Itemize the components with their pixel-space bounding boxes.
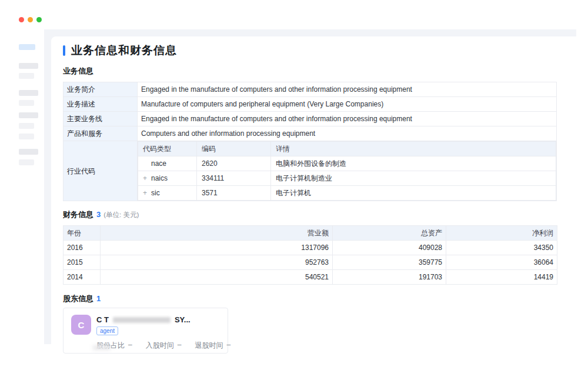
code-type: nace: [151, 159, 166, 168]
row-label: 业务简介: [64, 82, 138, 97]
field-value: –: [226, 341, 230, 351]
expand-icon[interactable]: +: [143, 174, 151, 182]
industry-codes-table: 代码类型 编码 详情 nace 2620 电脑和外围设备的制造 +naics 3…: [138, 141, 556, 201]
table-row: +naics 334111 电子计算机制造业: [138, 171, 556, 186]
shareholder-section-label: 股东信息: [63, 294, 93, 304]
exit-date-field: 退股时间 –: [195, 341, 230, 351]
year-cell: 2014: [64, 270, 101, 285]
row-label: 业务描述: [64, 97, 138, 112]
sidebar-placeholder-bar[interactable]: [19, 159, 34, 165]
business-info-table: 业务简介 Engaged in the manufacture of compu…: [63, 82, 557, 201]
column-header: 详情: [271, 142, 556, 156]
row-label: 行业代码: [64, 141, 138, 201]
row-label: 产品和服务: [64, 126, 138, 141]
table-row: +sic 3571 电子计算机: [138, 186, 556, 201]
window-controls: [19, 17, 42, 22]
page-title: 业务信息和财务信息: [71, 43, 177, 58]
shareholder-count-badge: 1: [96, 294, 101, 303]
finance-section-label: 财务信息: [63, 209, 93, 220]
column-header: 净利润: [446, 226, 557, 241]
table-row: 产品和服务 Computers and other information pr…: [64, 126, 557, 141]
code-type-cell: +naics: [138, 171, 197, 186]
finance-section-title: 财务信息 3 (单位: 美元): [63, 209, 557, 220]
revenue-cell: 1317096: [101, 241, 333, 255]
year-cell: 2016: [64, 241, 101, 255]
year-cell: 2015: [64, 255, 101, 270]
detail-cell: 电子计算机: [271, 186, 556, 201]
table-header-row: 代码类型 编码 详情: [138, 142, 556, 156]
profit-cell: 34350: [446, 241, 557, 255]
shareholder-name: C T SY...: [96, 315, 191, 324]
row-value: Engaged in the manufacture of computers …: [138, 112, 557, 126]
app-window: 业务信息和财务信息 业务信息 业务简介 Engaged in the manuf…: [0, 0, 588, 370]
assets-cell: 191703: [333, 270, 446, 285]
code-cell: 334111: [197, 171, 271, 186]
sidebar-placeholder-bar[interactable]: [19, 134, 34, 139]
business-section-label: 业务信息: [63, 66, 93, 76]
table-row: 2014 540521 191703 14419: [64, 270, 557, 285]
sidebar-placeholder-bar[interactable]: [19, 149, 38, 155]
redacted-name-blur: [113, 317, 171, 323]
column-header: 编码: [197, 142, 271, 156]
column-header: 营业额: [101, 226, 333, 241]
code-cell: 3571: [197, 186, 271, 201]
finance-count-badge: 3: [96, 210, 101, 219]
name-suffix: SY...: [175, 315, 191, 324]
sidebar-placeholder-bar[interactable]: [19, 90, 38, 96]
code-type-cell: nace: [138, 156, 197, 171]
join-date-field: 入股时间 –: [146, 341, 182, 351]
table-header-row: 年份 营业额 总资产 净利润: [64, 226, 557, 241]
row-value: Engaged in the manufacture of computers …: [138, 82, 557, 97]
industry-codes-row: 行业代码 代码类型 编码 详情 nace 2620 电脑和外围设备的制造: [64, 141, 557, 201]
column-header: 代码类型: [138, 142, 197, 156]
field-label: 入股时间: [146, 341, 174, 351]
maximize-window-icon[interactable]: [36, 17, 42, 22]
row-value: Computers and other information processi…: [138, 126, 557, 141]
code-cell: 2620: [197, 156, 271, 171]
table-row: 2016 1317096 409028 34350: [64, 241, 557, 255]
revenue-cell: 952763: [101, 255, 333, 270]
detail-cell: 电脑和外围设备的制造: [271, 156, 556, 171]
expand-icon[interactable]: +: [143, 189, 151, 197]
title-accent-bar: [63, 45, 65, 56]
shareholder-section-title: 股东信息 1: [63, 294, 557, 304]
code-type: sic: [151, 189, 160, 197]
field-label: 退股时间: [195, 341, 223, 351]
assets-cell: 359775: [333, 255, 446, 270]
agent-badge: agent: [96, 326, 118, 335]
profit-cell: 36064: [446, 255, 557, 270]
name-prefix: C T: [96, 315, 109, 324]
sidebar-item-active[interactable]: [19, 44, 35, 50]
sidebar-placeholder-bar[interactable]: [19, 112, 38, 118]
code-type: naics: [151, 174, 168, 182]
redacted-detail-blur: [93, 345, 111, 350]
sidebar-placeholder-bar[interactable]: [19, 123, 34, 129]
code-type-cell: +sic: [138, 186, 197, 201]
sidebar-placeholder-bar[interactable]: [19, 100, 34, 106]
finance-unit-note: (单位: 美元): [103, 211, 139, 219]
field-value: –: [128, 341, 132, 351]
column-header: 年份: [64, 226, 101, 241]
revenue-cell: 540521: [101, 270, 333, 285]
detail-cell: 电子计算机制造业: [271, 171, 556, 186]
shareholder-card[interactable]: C C T SY... agent 股份占比 – 入股时间 –: [63, 308, 228, 354]
page-header: 业务信息和财务信息: [63, 44, 557, 56]
minimize-window-icon[interactable]: [28, 17, 33, 22]
close-window-icon[interactable]: [19, 17, 24, 22]
finance-table: 年份 营业额 总资产 净利润 2016 1317096 409028 34350…: [63, 225, 557, 285]
profit-cell: 14419: [446, 270, 557, 285]
table-row: 业务简介 Engaged in the manufacture of compu…: [64, 82, 557, 97]
sidebar-placeholder-bar[interactable]: [19, 63, 38, 69]
table-row: 2015 952763 359775 36064: [64, 255, 557, 270]
main-panel: 业务信息和财务信息 业务信息 业务简介 Engaged in the manuf…: [51, 36, 576, 370]
business-section-title: 业务信息: [63, 66, 557, 76]
row-label: 主要业务线: [64, 112, 138, 126]
sidebar-placeholder-bar[interactable]: [19, 73, 34, 79]
row-value: Manufacture of computers and peripheral …: [138, 97, 557, 112]
column-header: 总资产: [333, 226, 446, 241]
table-row: 业务描述 Manufacture of computers and periph…: [64, 97, 557, 112]
shareholder-fields: 股份占比 – 入股时间 – 退股时间 –: [96, 341, 220, 351]
assets-cell: 409028: [333, 241, 446, 255]
field-value: –: [178, 341, 182, 351]
table-row: nace 2620 电脑和外围设备的制造: [138, 156, 556, 171]
